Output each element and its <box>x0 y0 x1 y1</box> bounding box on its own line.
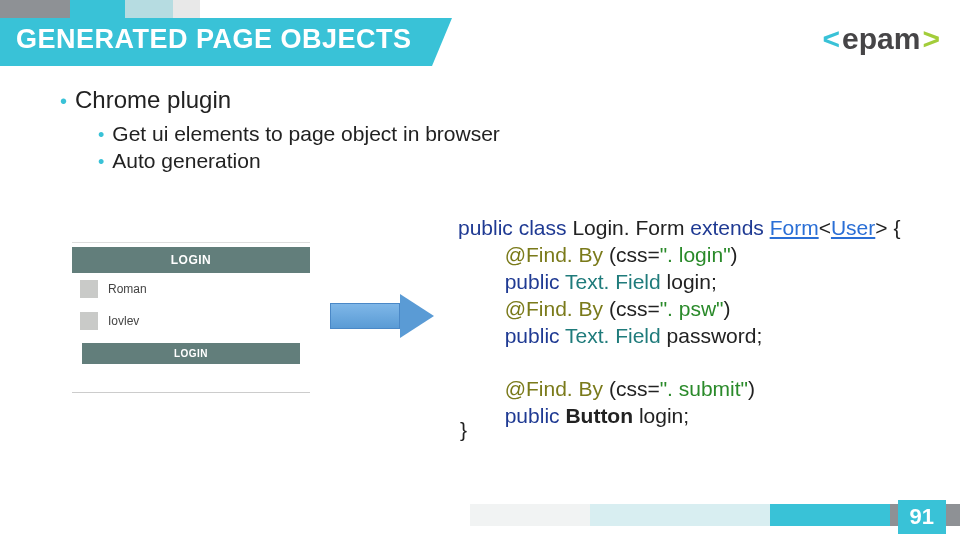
logo-bracket-close: > <box>922 22 940 56</box>
code-close-brace: } <box>460 418 467 442</box>
bullet-chrome-plugin: Chrome plugin <box>60 86 900 114</box>
bullet-get-elements: Get ui elements to page object in browse… <box>98 120 900 147</box>
slide-title: GENERATED PAGE OBJECTS <box>0 18 432 66</box>
arrow-right-icon <box>330 294 450 338</box>
user-icon <box>80 280 98 298</box>
bullet-content: Chrome plugin Get ui elements to page ob… <box>60 86 900 175</box>
logo-text: epam <box>842 22 920 56</box>
logo-bracket-open: < <box>823 22 841 56</box>
top-decorative-stripes <box>0 0 200 18</box>
bottom-decorative-stripes <box>470 504 960 526</box>
login-username-value: Roman <box>108 282 147 296</box>
login-username-row: Roman <box>72 273 310 305</box>
page-number: 91 <box>898 500 946 534</box>
login-password-value: Iovlev <box>108 314 139 328</box>
login-form-mock: LOGIN Roman Iovlev LOGIN <box>72 242 310 393</box>
code-snippet: public class Login. Form extends Form<Us… <box>458 215 900 430</box>
title-bar: GENERATED PAGE OBJECTS <box>0 18 432 66</box>
login-header: LOGIN <box>72 247 310 273</box>
bullet-auto-generation: Auto generation <box>98 147 900 174</box>
login-password-row: Iovlev <box>72 305 310 337</box>
login-submit-button: LOGIN <box>82 343 300 364</box>
epam-logo: < epam > <box>823 22 940 56</box>
lock-icon <box>80 312 98 330</box>
